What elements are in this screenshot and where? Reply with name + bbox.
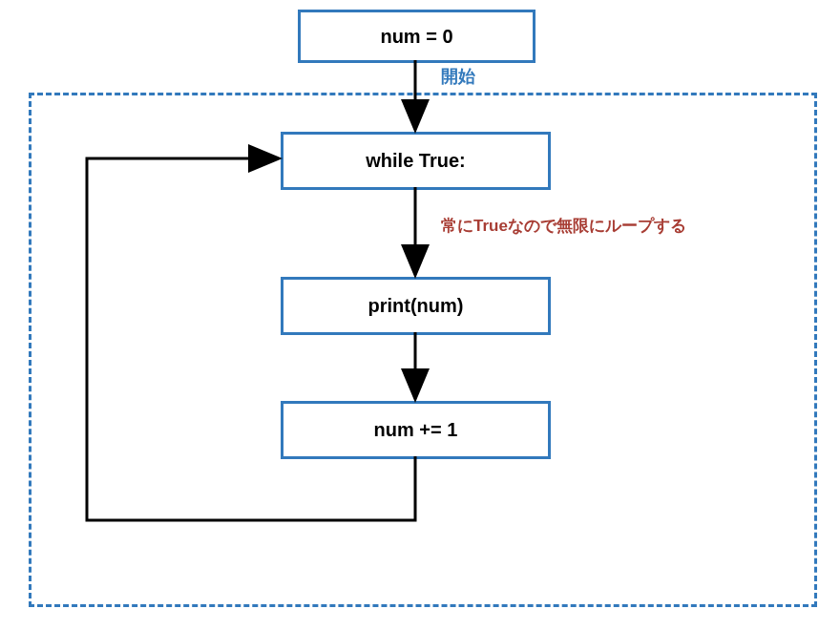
node-init: num = 0 bbox=[298, 10, 536, 63]
node-increment-text: num += 1 bbox=[374, 419, 458, 441]
label-loop-note-text: 常にTrueなので無限にループする bbox=[441, 217, 686, 235]
node-increment: num += 1 bbox=[281, 401, 551, 459]
node-while: while True: bbox=[281, 132, 551, 190]
label-loop-note: 常にTrueなので無限にループする bbox=[441, 215, 686, 237]
node-init-text: num = 0 bbox=[380, 26, 452, 48]
node-while-text: while True: bbox=[366, 150, 465, 172]
label-start-text: 開始 bbox=[441, 67, 475, 86]
flowchart-diagram: num = 0 while True: print(num) num += 1 … bbox=[0, 0, 840, 630]
node-print: print(num) bbox=[281, 277, 551, 335]
node-print-text: print(num) bbox=[368, 295, 464, 317]
label-start: 開始 bbox=[441, 65, 475, 88]
